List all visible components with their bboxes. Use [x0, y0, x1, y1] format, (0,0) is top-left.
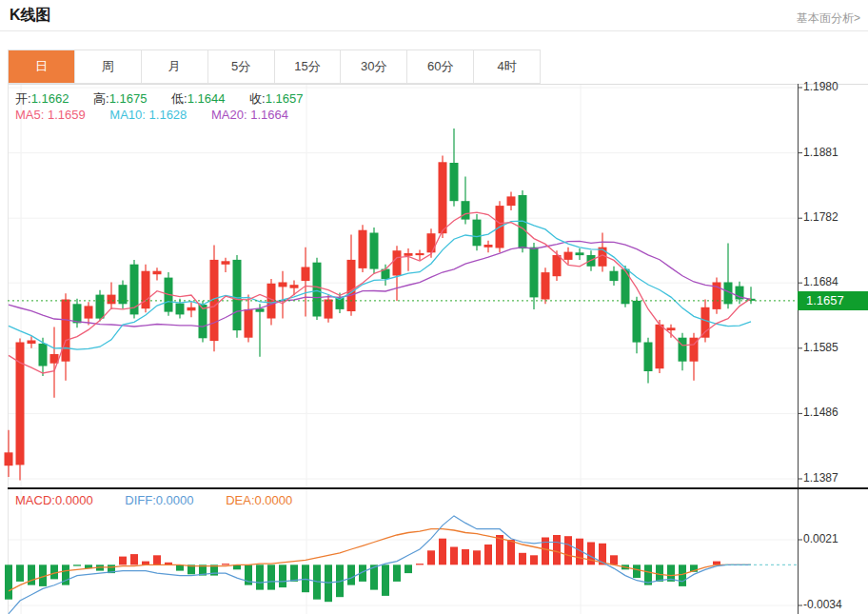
current-price-tag: 1.1657 [798, 291, 868, 310]
tab-15min[interactable]: 15分 [275, 50, 342, 83]
y-axis-tick: 1.1585 [803, 341, 864, 354]
ohlc-legend: 开:1.1662 高:1.1675 低:1.1644 收:1.1657 [15, 90, 324, 108]
tab-daily[interactable]: 日 [9, 50, 75, 83]
kline-page: { "page": {"title": "K线图", "link_label":… [0, 0, 868, 614]
open-readout: 开:1.1662 [15, 91, 69, 106]
y-axis-tick: 0.0021 [803, 532, 864, 545]
ma20-readout: MA20: 1.1664 [211, 108, 288, 122]
tab-60min[interactable]: 60分 [407, 50, 474, 83]
high-readout: 高:1.1675 [93, 91, 147, 106]
tab-4hour[interactable]: 4时 [474, 50, 540, 83]
y-axis-tick: 1.1980 [803, 80, 864, 93]
timeframe-tabs: 日 周 月 5分 15分 30分 60分 4时 [8, 50, 541, 84]
low-readout: 低:1.1644 [171, 91, 225, 106]
y-axis-tick: -0.0034 [803, 598, 864, 611]
macd-legend: MACD:0.0000 DIFF:0.0000 DEA:0.0000 [15, 493, 321, 507]
page-title: K线图 [10, 6, 51, 26]
fundamental-analysis-link[interactable]: 基本面分析> [797, 10, 860, 27]
y-axis-tick: 1.1684 [803, 275, 864, 288]
ma-legend: MA5: 1.1659 MA10: 1.1628 MA20: 1.1664 [15, 108, 309, 122]
tab-weekly[interactable]: 周 [75, 50, 142, 83]
y-axis-tick: 1.1387 [803, 471, 864, 485]
ma10-readout: MA10: 1.1628 [109, 108, 187, 122]
macd-readout: MACD:0.0000 [15, 493, 93, 507]
tab-5min[interactable]: 5分 [208, 50, 275, 83]
dea-readout: DEA:0.0000 [226, 493, 292, 507]
tab-monthly[interactable]: 月 [142, 50, 208, 83]
ma5-readout: MA5: 1.1659 [15, 108, 86, 122]
close-readout: 收:1.1657 [249, 91, 303, 106]
diff-readout: DIFF:0.0000 [125, 493, 193, 507]
y-axis-tick: 1.1881 [803, 146, 864, 159]
y-axis-tick: 1.1486 [803, 406, 864, 419]
y-axis-tick: 1.1782 [803, 210, 864, 224]
tab-30min[interactable]: 30分 [341, 50, 407, 83]
